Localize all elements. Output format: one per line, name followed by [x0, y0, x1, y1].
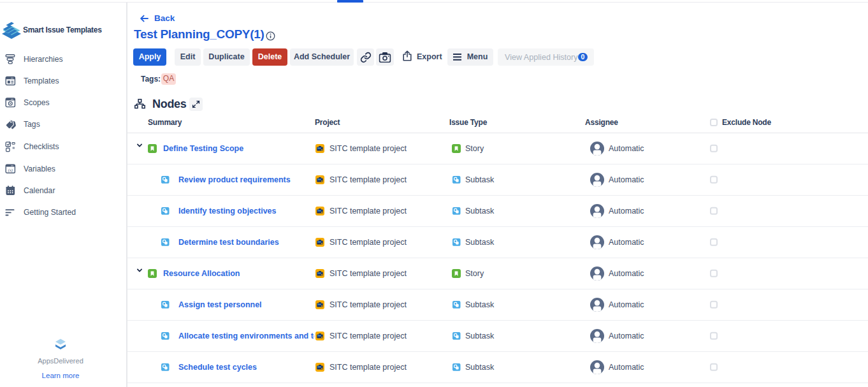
- svg-text:(x): (x): [8, 167, 13, 172]
